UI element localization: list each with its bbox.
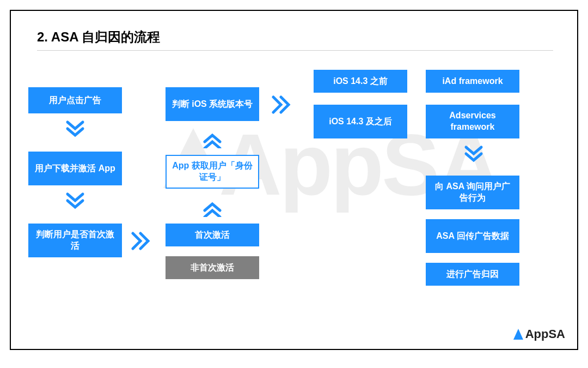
node-user-click-ad: 用户点击广告 [28,87,122,113]
arrow-up-icon [203,195,222,217]
arrow-down-icon [464,145,483,167]
arrow-down-icon [65,120,85,142]
node-not-first-activate: 非首次激活 [166,256,259,279]
node-ios-before-14-3: iOS 14.3 之前 [314,70,407,93]
slide-title: 2. ASA 自归因的流程 [37,28,160,46]
node-adservices-framework: Adservices framework [426,105,519,138]
arrow-right-icon [131,231,157,251]
node-iad-framework: iAd framework [426,70,519,93]
logo: AppSA [513,327,565,341]
arrow-right-icon [271,95,297,114]
arrow-down-icon [65,192,85,214]
node-first-activate: 首次激活 [166,224,259,246]
node-app-get-id: App 获取用户「身份证号」 [166,155,259,189]
logo-text: AppSA [525,327,565,341]
node-check-ios-version: 判断 iOS 系统版本号 [166,87,259,121]
node-user-download-activate: 用户下载并激活 App [28,152,122,185]
node-asa-return: ASA 回传广告数据 [426,219,519,253]
title-underline [37,50,553,51]
node-ask-asa: 向 ASA 询问用户广告行为 [426,176,519,209]
slide-frame: 2. ASA 自归因的流程 AppSA 用户点击广告 用户下载并激活 App 判… [10,10,578,350]
logo-icon [513,329,523,340]
arrow-up-icon [203,126,222,148]
node-check-first-activate: 判断用户是否首次激活 [28,224,122,257]
node-attribution: 进行广告归因 [426,263,519,286]
node-ios-after-14-3: iOS 14.3 及之后 [314,105,407,138]
